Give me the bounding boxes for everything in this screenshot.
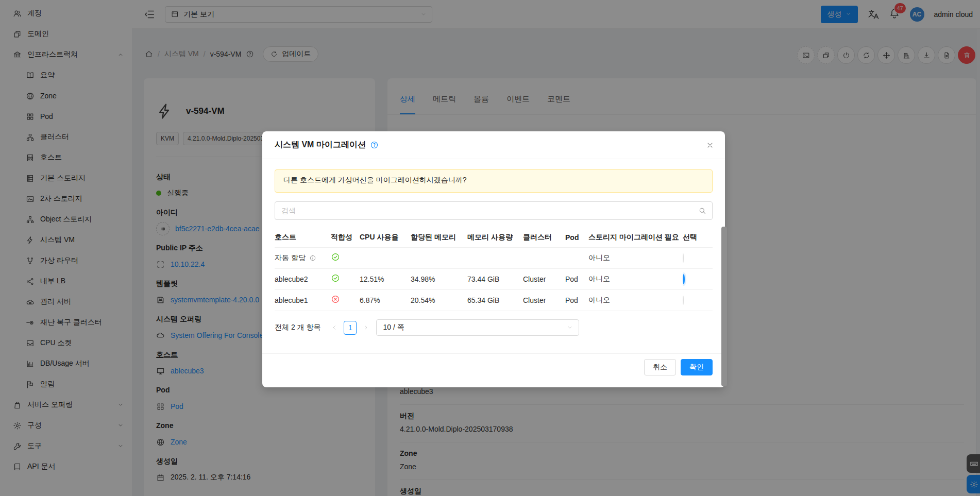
suitable-icon bbox=[331, 252, 340, 262]
cpu-used-cell: 6.87% bbox=[360, 289, 411, 311]
modal-footer: 취소 확인 bbox=[262, 353, 725, 387]
page-size-value: 10 / 쪽 bbox=[383, 323, 404, 332]
modal-header: 시스템 VM 마이그레이션 bbox=[262, 131, 725, 159]
modal-title-text: 시스템 VM 마이그레이션 bbox=[275, 140, 366, 150]
search-input[interactable] bbox=[275, 207, 712, 215]
modal-title: 시스템 VM 마이그레이션 bbox=[275, 140, 379, 150]
col-cpu-used: CPU 사용율 bbox=[360, 228, 411, 247]
table-row-auto-assign[interactable]: 자동 할당 아니오 bbox=[275, 247, 713, 268]
memory-allocated-cell bbox=[411, 247, 467, 268]
cluster-cell: Cluster bbox=[523, 268, 565, 289]
col-memory-allocated: 할당된 메모리 bbox=[411, 228, 467, 247]
migration-alert: 다른 호스트에게 가상머신을 마이그레이션하시겠습니까? bbox=[275, 169, 713, 193]
memory-used-cell: 65.34 GiB bbox=[467, 289, 523, 311]
search-icon[interactable] bbox=[698, 207, 706, 215]
select-radio[interactable] bbox=[683, 253, 684, 263]
col-memory-used: 메모리 사용량 bbox=[467, 228, 523, 247]
storage-migration-cell: 아니오 bbox=[588, 268, 683, 289]
search-box bbox=[275, 201, 713, 220]
storage-migration-cell: 아니오 bbox=[588, 247, 683, 268]
app-root: { "header": { "view_select": "기본 보기", "c… bbox=[0, 0, 980, 496]
col-storage-migration: 스토리지 마이그레이션 필요 bbox=[588, 228, 683, 247]
cpu-used-cell bbox=[360, 247, 411, 268]
host-name: ablecube1 bbox=[275, 296, 308, 304]
table-row-ablecube2[interactable]: ablecube2 12.51% 34.98% 73.44 GiB Cluste… bbox=[275, 268, 713, 289]
pod-cell: Pod bbox=[565, 289, 588, 311]
pod-cell bbox=[565, 247, 588, 268]
help-icon[interactable] bbox=[370, 141, 379, 149]
memory-used-cell bbox=[467, 247, 523, 268]
host-table: 호스트 적합성 CPU 사용율 할당된 메모리 메모리 사용량 클러스터 Pod… bbox=[275, 228, 713, 311]
memory-allocated-cell: 20.54% bbox=[411, 289, 467, 311]
page-size-select[interactable]: 10 / 쪽 bbox=[376, 319, 579, 336]
table-header-row: 호스트 적합성 CPU 사용율 할당된 메모리 메모리 사용량 클러스터 Pod… bbox=[275, 228, 713, 247]
cancel-button-label: 취소 bbox=[653, 363, 667, 372]
alert-text: 다른 호스트에게 가상머신을 마이그레이션하시겠습니까? bbox=[283, 176, 466, 184]
col-suitability: 적합성 bbox=[331, 228, 360, 247]
table-row-ablecube1[interactable]: ablecube1 6.87% 20.54% 65.34 GiB Cluster… bbox=[275, 289, 713, 311]
pod-cell: Pod bbox=[565, 268, 588, 289]
col-select: 선택 bbox=[683, 228, 713, 247]
prev-page-icon[interactable] bbox=[331, 324, 337, 331]
ok-button-label: 확인 bbox=[689, 363, 704, 372]
migration-modal: 시스템 VM 마이그레이션 다른 호스트에게 가상머신을 마이그레이션하시겠습니… bbox=[262, 131, 725, 387]
memory-allocated-cell: 34.98% bbox=[411, 268, 467, 289]
modal-body: 다른 호스트에게 가상머신을 마이그레이션하시겠습니까? 호스트 적합성 CPU… bbox=[262, 159, 725, 339]
modal-scrollbar-thumb[interactable] bbox=[721, 227, 727, 386]
not-suitable-icon bbox=[331, 295, 340, 304]
cluster-cell: Cluster bbox=[523, 289, 565, 311]
cpu-used-cell: 12.51% bbox=[360, 268, 411, 289]
select-radio[interactable] bbox=[683, 296, 684, 305]
memory-used-cell: 73.44 GiB bbox=[467, 268, 523, 289]
chevron-down-icon bbox=[567, 324, 573, 331]
pagination-total: 전체 2 개 항목 bbox=[275, 323, 320, 332]
suitable-icon bbox=[331, 273, 340, 283]
page-number[interactable]: 1 bbox=[344, 321, 357, 335]
host-name: ablecube2 bbox=[275, 275, 308, 283]
info-icon[interactable] bbox=[309, 254, 316, 262]
next-page-icon[interactable] bbox=[363, 324, 369, 331]
pagination: 전체 2 개 항목 1 10 / 쪽 bbox=[275, 316, 713, 339]
cluster-cell bbox=[523, 247, 565, 268]
storage-migration-cell: 아니오 bbox=[588, 289, 683, 311]
cancel-button[interactable]: 취소 bbox=[644, 359, 676, 375]
ok-button[interactable]: 확인 bbox=[681, 359, 713, 375]
host-name: 자동 할당 bbox=[275, 253, 306, 263]
col-cluster: 클러스터 bbox=[523, 228, 565, 247]
col-pod: Pod bbox=[565, 228, 588, 247]
select-radio-checked[interactable] bbox=[683, 274, 685, 284]
close-icon[interactable] bbox=[706, 141, 714, 149]
col-host: 호스트 bbox=[275, 228, 331, 247]
